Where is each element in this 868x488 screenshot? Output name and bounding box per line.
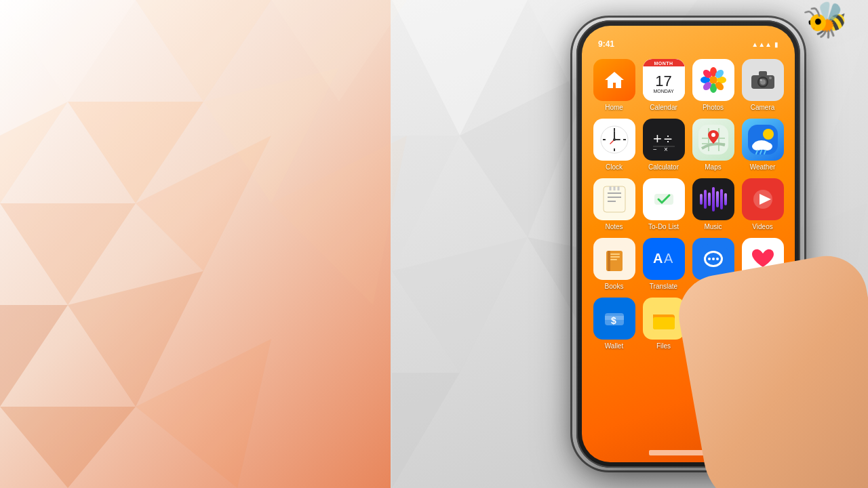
books-stack-icon bbox=[599, 244, 629, 274]
maps-pin-icon bbox=[698, 125, 728, 155]
calendar-number: 17 MONDAY bbox=[643, 66, 685, 101]
translate-icon-bg: A A bbox=[643, 238, 685, 280]
app-books[interactable]: Books bbox=[593, 238, 635, 291]
app-calendar[interactable]: MONTH 17 MONDAY Calendar bbox=[642, 59, 685, 112]
svg-marker-17 bbox=[392, 136, 460, 271]
svg-text:+: + bbox=[653, 130, 662, 147]
wallet-icon-bg: $ bbox=[593, 298, 635, 340]
svg-rect-62 bbox=[748, 125, 778, 155]
app-maps[interactable]: Maps bbox=[692, 119, 734, 171]
music-label: Music bbox=[704, 223, 722, 231]
app-todo[interactable]: To-Do List bbox=[642, 178, 685, 231]
files-icon-bg bbox=[643, 298, 685, 340]
calculator-icon-bg: + ÷ − × bbox=[643, 119, 685, 161]
svg-point-65 bbox=[752, 142, 763, 150]
svg-rect-35 bbox=[759, 71, 767, 76]
calculator-symbol-icon: + ÷ − × bbox=[650, 127, 677, 152]
books-label: Books bbox=[605, 283, 624, 291]
books-icon-bg bbox=[593, 238, 635, 280]
home-house-icon bbox=[602, 68, 627, 92]
notes-page-icon bbox=[601, 185, 628, 214]
social-chat-icon bbox=[698, 244, 728, 274]
app-files[interactable]: Files bbox=[642, 298, 685, 350]
phone: 🐝 9:41 ▲▲▲ ▮ bbox=[542, 20, 827, 481]
status-icons: ▲▲▲ ▮ bbox=[751, 41, 778, 48]
maps-label: Maps bbox=[705, 163, 721, 171]
weather-sun-icon bbox=[748, 125, 778, 155]
app-translate[interactable]: A A Translate bbox=[642, 238, 685, 291]
files-label: Files bbox=[656, 342, 671, 350]
translate-aa-icon: A A bbox=[649, 244, 679, 274]
clock-label: Clock bbox=[606, 163, 623, 171]
notes-label: Notes bbox=[605, 223, 623, 231]
app-videos[interactable]: Videos bbox=[741, 178, 784, 231]
music-icon-bg bbox=[692, 178, 734, 220]
music-waves bbox=[696, 187, 731, 211]
svg-marker-19 bbox=[392, 237, 528, 373]
svg-point-63 bbox=[763, 129, 774, 140]
camera-label: Camera bbox=[751, 104, 775, 112]
photos-label: Photos bbox=[703, 104, 724, 112]
weather-icon-bg bbox=[742, 119, 784, 161]
svg-rect-86 bbox=[610, 259, 617, 260]
status-time: 9:41 bbox=[598, 39, 614, 49]
photos-icon-bg bbox=[692, 59, 734, 101]
wallet-label: Wallet bbox=[605, 342, 623, 350]
hand-decoration bbox=[673, 249, 868, 488]
svg-point-39 bbox=[760, 79, 762, 81]
notes-icon-bg bbox=[593, 178, 635, 220]
svg-rect-84 bbox=[610, 253, 620, 255]
svg-point-93 bbox=[708, 258, 711, 260]
photos-flower-icon bbox=[698, 65, 728, 95]
svg-point-95 bbox=[716, 258, 719, 260]
camera-icon-bg bbox=[742, 59, 784, 101]
svg-point-94 bbox=[712, 258, 715, 260]
app-photos[interactable]: Photos bbox=[692, 59, 734, 112]
home-icon-bg bbox=[593, 59, 635, 101]
wallet-card-icon: $ bbox=[599, 304, 629, 333]
clock-face-icon bbox=[599, 125, 629, 155]
translate-label: Translate bbox=[650, 283, 677, 291]
calendar-inner: MONTH 17 MONDAY bbox=[643, 59, 685, 101]
svg-text:A: A bbox=[653, 251, 663, 266]
camera-lens-icon bbox=[751, 70, 775, 90]
app-clock[interactable]: Clock bbox=[593, 119, 635, 171]
app-wallet[interactable]: $ Wallet bbox=[593, 298, 635, 350]
todo-icon-bg bbox=[643, 178, 685, 220]
svg-point-66 bbox=[762, 142, 772, 150]
status-bar: 9:41 ▲▲▲ ▮ bbox=[590, 39, 787, 49]
svg-rect-83 bbox=[608, 251, 610, 271]
svg-rect-103 bbox=[653, 317, 675, 329]
signal-icon: ▲▲▲ bbox=[751, 41, 772, 48]
svg-rect-85 bbox=[610, 256, 620, 258]
svg-point-40 bbox=[769, 77, 772, 79]
app-notes[interactable]: Notes bbox=[593, 178, 635, 231]
svg-text:A: A bbox=[664, 251, 673, 266]
app-camera[interactable]: Camera bbox=[741, 59, 784, 112]
svg-text:−: − bbox=[653, 146, 657, 152]
maps-icon-bg bbox=[692, 119, 734, 161]
weather-label: Weather bbox=[750, 163, 776, 171]
calculator-label: Calculator bbox=[648, 163, 679, 171]
app-weather[interactable]: Weather bbox=[741, 119, 784, 171]
todo-check-icon bbox=[649, 184, 679, 214]
home-label: Home bbox=[605, 104, 623, 112]
battery-icon: ▮ bbox=[774, 41, 778, 48]
files-folder-icon bbox=[649, 304, 679, 333]
calendar-month: MONTH bbox=[643, 59, 685, 66]
videos-play-icon bbox=[749, 186, 776, 213]
svg-text:×: × bbox=[664, 146, 668, 152]
svg-text:÷: ÷ bbox=[664, 130, 672, 147]
svg-point-50 bbox=[613, 138, 616, 141]
app-calculator[interactable]: + ÷ − × Calculator bbox=[642, 119, 685, 171]
videos-label: Videos bbox=[752, 223, 772, 231]
clock-icon-bg bbox=[593, 119, 635, 161]
svg-text:$: $ bbox=[611, 315, 616, 326]
calendar-icon-bg: MONTH 17 MONDAY bbox=[643, 59, 685, 101]
app-home[interactable]: Home bbox=[593, 59, 635, 112]
svg-marker-21 bbox=[392, 373, 460, 488]
svg-point-61 bbox=[711, 133, 715, 137]
videos-icon-bg bbox=[742, 178, 784, 220]
calendar-label: Calendar bbox=[650, 104, 677, 112]
app-music[interactable]: Music bbox=[692, 178, 734, 231]
